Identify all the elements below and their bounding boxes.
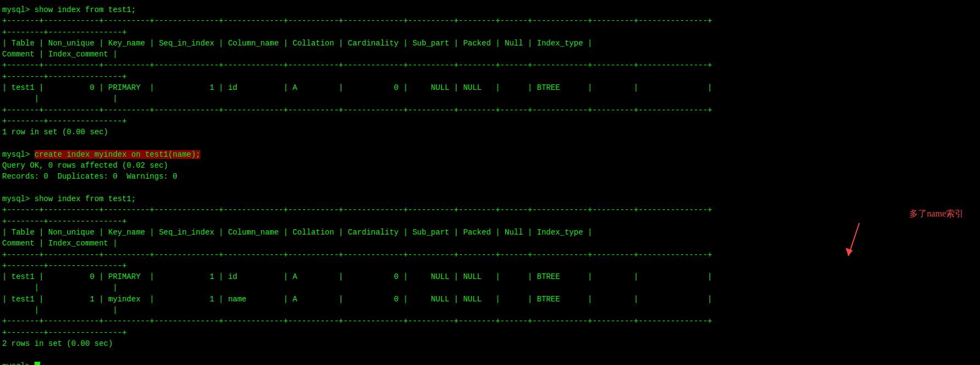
line-row3a: | test1 | 1 | myindex | 1 | name | A | 0… (2, 294, 978, 305)
line-header2b: Comment | Index_comment | (2, 238, 978, 249)
line-sep4b: +--------+----------------+ (2, 216, 978, 227)
line-blank3 (2, 349, 978, 360)
highlighted-command: create index myindex on test1(name); (35, 150, 200, 159)
annotation-arrow (843, 223, 964, 272)
line-sep1: +-------+------------+----------+-------… (2, 15, 978, 26)
line-sep2: +-------+------------+----------+-------… (2, 60, 978, 71)
line-queryok: Query OK, 0 rows affected (0.02 sec) (2, 160, 978, 171)
line-sep4: +-------+------------+----------+-------… (2, 204, 978, 215)
svg-marker-1 (846, 248, 853, 256)
line-row3b: | | (2, 305, 978, 316)
line-sep2b: +--------+----------------+ (2, 71, 978, 82)
line-blank2 (2, 182, 978, 193)
annotation-text: 多了name索引 (909, 207, 964, 220)
line-sep1b: +--------+----------------+ (2, 27, 978, 38)
terminal-window: mysql> show index from test1; +-------+-… (0, 0, 980, 365)
line-header2a: | Table | Non_unique | Key_name | Seq_in… (2, 227, 978, 238)
line-sep3: +-------+------------+----------+-------… (2, 105, 978, 116)
line-row2a: | test1 | 0 | PRIMARY | 1 | id | A | 0 |… (2, 271, 978, 282)
line-sep6: +-------+------------+----------+-------… (2, 316, 978, 327)
cursor (35, 362, 40, 365)
line-sep3b: +--------+----------------+ (2, 116, 978, 127)
line-sep5: +-------+------------+----------+-------… (2, 249, 978, 260)
line-sep5b: +--------+----------------+ (2, 260, 978, 271)
line-row1a: | test1 | 0 | PRIMARY | 1 | id | A | 0 |… (2, 82, 978, 93)
line-result2: 2 rows in set (0.00 sec) (2, 338, 978, 349)
line-row2b: | | (2, 282, 978, 293)
line-header2: Comment | Index_comment | (2, 49, 978, 60)
line-result1: 1 row in set (0.00 sec) (2, 127, 978, 138)
line-cmd1: mysql> show index from test1; (2, 4, 978, 15)
line-records: Records: 0 Duplicates: 0 Warnings: 0 (2, 171, 978, 182)
line-row1b: | | (2, 93, 978, 104)
line-header1: | Table | Non_unique | Key_name | Seq_in… (2, 38, 978, 49)
line-blank1 (2, 138, 978, 149)
line-cmd2: mysql> create index myindex on test1(nam… (2, 149, 978, 160)
line-final-prompt: mysql> (2, 361, 978, 366)
line-cmd3: mysql> show index from test1; (2, 193, 978, 204)
line-sep6b: +--------+----------------+ (2, 327, 978, 338)
